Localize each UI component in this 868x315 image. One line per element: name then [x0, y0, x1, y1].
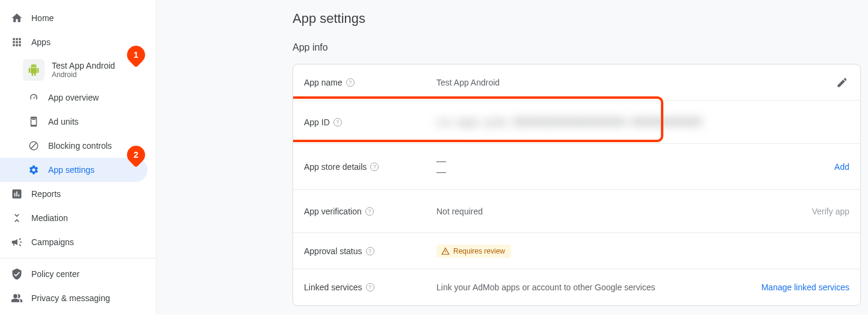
value-store-2: — — [436, 167, 825, 178]
block-icon — [28, 140, 40, 152]
help-icon[interactable]: ? — [370, 163, 379, 171]
row-app-id: App ID ? ca-app-pub-0000000000000000~000… — [293, 101, 860, 144]
sidebar-item-label: Campaigns — [31, 237, 74, 247]
privacy-icon — [10, 291, 24, 305]
sidebar-item-label: Apps — [31, 37, 51, 47]
settings-icon — [28, 164, 40, 176]
row-app-name: App name ? Test App Android — [293, 64, 860, 101]
current-app-name: Test App Android — [52, 61, 115, 70]
sidebar-item-label: Ad units — [48, 117, 79, 126]
sidebar-divider — [0, 258, 156, 258]
sidebar-item-app-settings[interactable]: App settings — [0, 158, 147, 182]
sidebar-item-reports[interactable]: Reports — [0, 182, 156, 206]
label-approval: Approval status — [304, 246, 362, 256]
add-store-button[interactable]: Add — [834, 162, 849, 172]
help-icon[interactable]: ? — [366, 247, 374, 255]
value-app-name: Test App Android — [436, 78, 835, 87]
app-info-card: App name ? Test App Android App ID ? ca-… — [293, 64, 861, 306]
row-approval: Approval status ? Requires review — [293, 233, 860, 269]
row-verification: App verification ? Not required Verify a… — [293, 190, 860, 233]
label-app-id: App ID — [304, 117, 330, 127]
sidebar-item-label: Home — [31, 13, 54, 23]
sidebar-item-label: App settings — [48, 165, 95, 175]
sidebar: Home Apps Test App Android Android 1 App… — [0, 0, 157, 315]
sidebar-item-label: Mediation — [31, 213, 68, 223]
manage-linked-button[interactable]: Manage linked services — [761, 282, 849, 292]
home-icon — [10, 11, 24, 25]
sidebar-item-mediation[interactable]: Mediation — [0, 206, 156, 230]
help-icon[interactable]: ? — [365, 207, 374, 216]
label-app-name: App name — [304, 78, 343, 87]
reports-icon — [10, 187, 24, 201]
label-verification: App verification — [304, 207, 362, 216]
value-linked: Link your AdMob apps or account to other… — [436, 282, 752, 292]
shield-icon — [10, 267, 24, 281]
sidebar-item-label: Blocking controls — [48, 141, 112, 151]
sidebar-item-label: Policy center — [31, 269, 79, 279]
row-linked: Linked services ? Link your AdMob apps o… — [293, 269, 860, 305]
sidebar-item-label: Reports — [31, 189, 61, 199]
label-store: App store details — [304, 162, 367, 172]
ad-units-icon — [28, 116, 40, 128]
help-icon[interactable]: ? — [366, 283, 374, 292]
android-icon — [23, 59, 45, 81]
approval-badge: Requires review — [436, 245, 511, 258]
sidebar-current-app[interactable]: Test App Android Android 1 — [0, 54, 156, 86]
verify-app-button: Verify app — [812, 207, 849, 216]
section-title: App info — [293, 42, 861, 53]
apps-icon — [10, 35, 24, 49]
help-icon[interactable]: ? — [333, 118, 342, 126]
sidebar-item-ad-units[interactable]: Ad units — [0, 110, 156, 134]
value-app-id: ca-app-pub-0000000000000000~0000000000 — [436, 116, 702, 128]
mediation-icon — [10, 211, 24, 225]
sidebar-item-label: App overview — [48, 93, 99, 102]
sidebar-item-overview[interactable]: App overview — [0, 86, 156, 110]
row-app-store: App store details ? — — Add — [293, 144, 860, 190]
sidebar-item-policy[interactable]: Policy center — [0, 262, 156, 286]
sidebar-item-campaigns[interactable]: Campaigns — [0, 230, 156, 254]
sidebar-item-label: Privacy & messaging — [31, 293, 110, 303]
value-store-1: — — [436, 156, 825, 167]
current-app-platform: Android — [52, 70, 115, 79]
help-icon[interactable]: ? — [346, 78, 355, 87]
page-title: App settings — [293, 11, 861, 27]
value-verification: Not required — [436, 207, 802, 216]
label-linked: Linked services — [304, 282, 362, 292]
sidebar-item-home[interactable]: Home — [0, 6, 156, 30]
main-content: App settings App info App name ? Test Ap… — [157, 0, 868, 315]
warning-icon — [441, 247, 450, 255]
speedometer-icon — [28, 92, 40, 104]
campaigns-icon — [10, 235, 24, 249]
edit-button[interactable] — [835, 75, 849, 90]
sidebar-item-privacy[interactable]: Privacy & messaging — [0, 286, 156, 310]
